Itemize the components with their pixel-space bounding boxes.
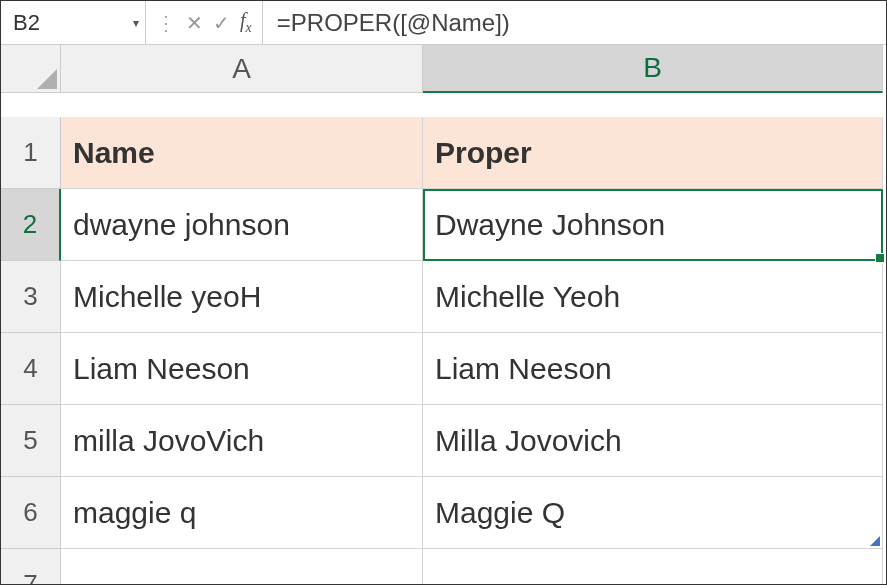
cell-A2[interactable]: dwayne johnson [61,189,423,261]
chevron-down-icon[interactable]: ▾ [133,16,139,30]
row-header-7[interactable]: 7 [1,549,61,585]
fx-icon[interactable]: fx [240,9,252,36]
row-header-5[interactable]: 5 [1,405,61,477]
select-all-corner[interactable] [1,45,61,93]
formula-controls: ⋮ ✕ ✓ fx [146,1,263,44]
accept-icon[interactable]: ✓ [213,11,230,35]
cell-A7[interactable] [61,549,423,585]
row-header-1[interactable]: 1 [1,117,61,189]
row-header-4[interactable]: 4 [1,333,61,405]
cell-B1[interactable]: Proper [423,117,883,189]
cell-A6[interactable]: maggie q [61,477,423,549]
cell-A1[interactable]: Name [61,117,423,189]
row-header-6[interactable]: 6 [1,477,61,549]
cell-reference: B2 [13,10,40,36]
cell-B6[interactable]: Maggie Q [423,477,883,549]
separator-icon: ⋮ [156,11,176,35]
formula-bar: B2 ▾ ⋮ ✕ ✓ fx [1,1,886,45]
column-header-B[interactable]: B [423,45,883,93]
spreadsheet-grid: A B 1 Name Proper 2 dwayne johnson Dwayn… [1,45,886,585]
cell-B3[interactable]: Michelle Yeoh [423,261,883,333]
row-header-3[interactable]: 3 [1,261,61,333]
cancel-icon[interactable]: ✕ [186,11,203,35]
cell-B5[interactable]: Milla Jovovich [423,405,883,477]
cell-B7[interactable] [423,549,883,585]
cell-B4[interactable]: Liam Neeson [423,333,883,405]
cell-B2[interactable]: Dwayne Johnson [423,189,883,261]
column-header-A[interactable]: A [61,45,423,93]
name-box[interactable]: B2 ▾ [1,1,146,44]
cell-A4[interactable]: Liam Neeson [61,333,423,405]
cell-A3[interactable]: Michelle yeoH [61,261,423,333]
cell-A5[interactable]: milla JovoVich [61,405,423,477]
row-header-2[interactable]: 2 [1,189,61,261]
formula-input[interactable] [263,1,886,44]
